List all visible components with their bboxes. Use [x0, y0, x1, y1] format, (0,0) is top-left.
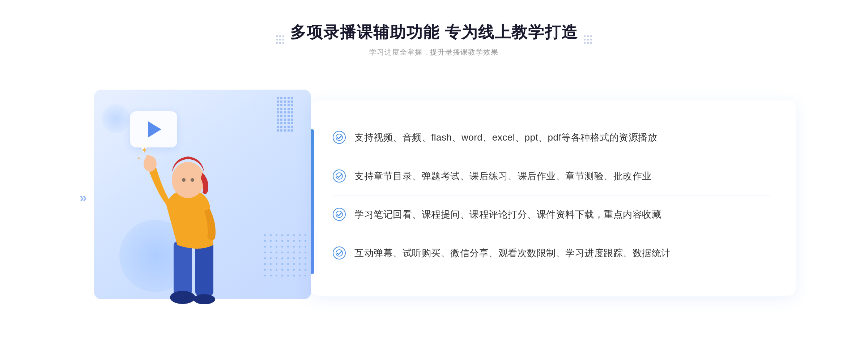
header: 多项录播课辅助功能 专为线上教学打造 学习进度全掌握，提升录播课教学效果 [276, 22, 592, 57]
check-icon-2 [333, 169, 346, 183]
svg-rect-1 [195, 241, 213, 296]
svg-point-8 [145, 155, 151, 163]
svg-text:✦: ✦ [137, 155, 141, 161]
feature-item-1: 支持视频、音频、flash、word、excel、ppt、pdf等各种格式的资源… [333, 119, 770, 157]
feature-item-2: 支持章节目录、弹题考试、课后练习、课后作业、章节测验、批改作业 [333, 157, 770, 196]
page-title: 多项录播课辅助功能 专为线上教学打造 [290, 22, 578, 43]
dot-pattern [264, 234, 315, 285]
feature-text-2: 支持章节目录、弹题考试、课后练习、课后作业、章节测验、批改作业 [354, 169, 652, 184]
stripe-block [277, 97, 297, 137]
left-chevron-icon: » [80, 190, 87, 206]
feature-text-1: 支持视频、音频、flash、word、excel、ppt、pdf等各种格式的资源… [354, 130, 657, 145]
svg-rect-0 [174, 241, 192, 296]
features-card: 支持视频、音频、flash、word、excel、ppt、pdf等各种格式的资源… [311, 100, 796, 296]
page-subtitle: 学习进度全掌握，提升录播课教学效果 [290, 47, 578, 57]
features-list: 支持视频、音频、flash、word、excel、ppt、pdf等各种格式的资源… [333, 119, 770, 272]
check-icon-1 [333, 131, 346, 144]
svg-point-7 [191, 178, 194, 182]
check-icon-3 [333, 208, 346, 221]
illustration-area: » [72, 75, 326, 321]
svg-text:✦: ✦ [141, 146, 148, 155]
feature-item-3: 学习笔记回看、课程提问、课程评论打分、课件资料下载，重点内容收藏 [333, 196, 770, 234]
person-illustration: ✦ ✦ [130, 133, 246, 321]
svg-point-5 [172, 162, 204, 198]
check-icon-4 [333, 246, 346, 259]
svg-point-2 [170, 291, 195, 304]
feature-item-4: 互动弹幕、试听购买、微信分享、观看次数限制、学习进度跟踪、数据统计 [333, 234, 770, 272]
circle-decoration-small [101, 104, 130, 133]
decorative-dots-right [584, 35, 592, 44]
svg-point-3 [193, 294, 215, 304]
main-content: » [72, 75, 796, 321]
decorative-dots-left [276, 35, 284, 44]
svg-point-6 [182, 178, 186, 182]
feature-text-4: 互动弹幕、试听购买、微信分享、观看次数限制、学习进度跟踪、数据统计 [354, 246, 671, 261]
feature-text-3: 学习笔记回看、课程提问、课程评论打分、课件资料下载，重点内容收藏 [354, 207, 661, 222]
page-wrapper: 多项录播课辅助功能 专为线上教学打造 学习进度全掌握，提升录播课教学效果 [0, 0, 868, 343]
